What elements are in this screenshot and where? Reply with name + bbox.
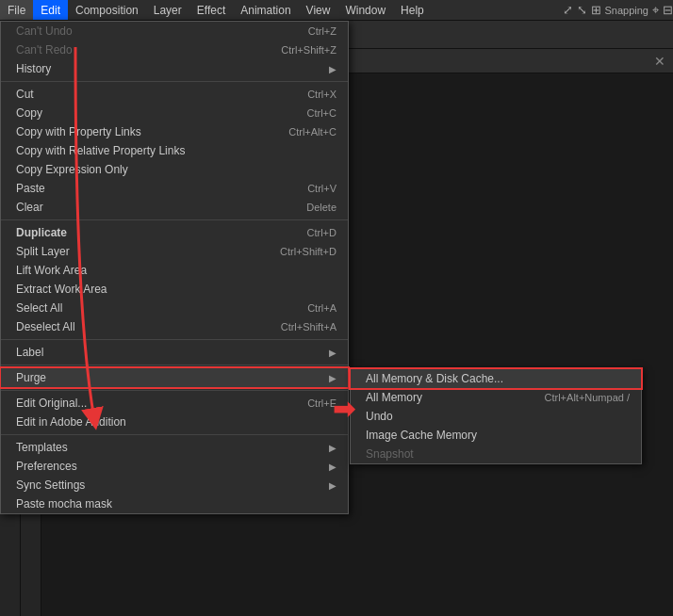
menu-item-edit-audition[interactable]: Edit in Adobe Audition bbox=[1, 413, 348, 431]
separator-4 bbox=[1, 365, 348, 365]
menu-item-all-memory[interactable]: All Memory Ctrl+Alt+Numpad / bbox=[351, 388, 641, 407]
menubar-item-view[interactable]: View bbox=[299, 0, 338, 20]
menu-item-paste[interactable]: Paste Ctrl+V bbox=[1, 179, 348, 198]
menu-item-copy-property-links[interactable]: Copy with Property Links Ctrl+Alt+C bbox=[1, 122, 348, 141]
menu-item-paste-mocha[interactable]: Paste mocha mask bbox=[1, 494, 348, 513]
menu-item-clear[interactable]: Clear Delete bbox=[1, 198, 348, 217]
menu-item-deselect-all[interactable]: Deselect All Ctrl+Shift+A bbox=[1, 317, 348, 336]
menu-item-cant-redo[interactable]: Can't Redo Ctrl+Shift+Z bbox=[1, 41, 348, 59]
menu-item-lift-work-area[interactable]: Lift Work Area bbox=[1, 261, 348, 280]
menubar-item-animation[interactable]: Animation bbox=[233, 0, 298, 20]
purge-submenu-container: All Memory & Disk Cache... All Memory Ct… bbox=[350, 368, 642, 464]
snapping-area: ⤢ ⤡ ⊞ Snapping ⌖ ⊟ bbox=[563, 3, 674, 18]
menu-item-history[interactable]: History ▶ bbox=[1, 59, 348, 78]
menubar: File Edit Composition Layer Effect Anima… bbox=[0, 0, 673, 21]
panel-close-icon[interactable]: ✕ bbox=[654, 54, 665, 69]
menu-item-label[interactable]: Label ▶ bbox=[1, 343, 348, 362]
snap-grid-icon[interactable]: ⊟ bbox=[663, 3, 673, 17]
menu-item-templates[interactable]: Templates ▶ bbox=[1, 438, 348, 457]
separator-5 bbox=[1, 390, 348, 391]
menu-item-purge-undo[interactable]: Undo bbox=[351, 407, 641, 426]
menu-item-duplicate[interactable]: Duplicate Ctrl+D bbox=[1, 223, 348, 242]
separator-3 bbox=[1, 339, 348, 340]
snapping-label: Snapping bbox=[605, 5, 649, 16]
menu-item-cut[interactable]: Cut Ctrl+X bbox=[1, 85, 348, 104]
edit-menu: Can't Undo Ctrl+Z Can't Redo Ctrl+Shift+… bbox=[0, 21, 349, 514]
menu-item-snapshot[interactable]: Snapshot bbox=[351, 445, 641, 463]
menubar-item-window[interactable]: Window bbox=[337, 0, 393, 20]
menu-item-edit-original[interactable]: Edit Original... Ctrl+E bbox=[1, 394, 348, 413]
menu-item-copy-relative[interactable]: Copy with Relative Property Links bbox=[1, 141, 348, 160]
menu-item-copy[interactable]: Copy Ctrl+C bbox=[1, 104, 348, 122]
menu-item-purge[interactable]: Purge ▶ bbox=[1, 368, 348, 387]
snap-icon-1: ⤢ bbox=[563, 3, 573, 17]
menubar-item-file[interactable]: File bbox=[0, 0, 33, 20]
menu-item-all-memory-disk-cache[interactable]: All Memory & Disk Cache... bbox=[351, 369, 641, 388]
menu-item-sync-settings[interactable]: Sync Settings ▶ bbox=[1, 476, 348, 494]
menu-item-extract-work-area[interactable]: Extract Work Area bbox=[1, 280, 348, 299]
menubar-item-composition[interactable]: Composition bbox=[68, 0, 146, 20]
edit-dropdown: Can't Undo Ctrl+Z Can't Redo Ctrl+Shift+… bbox=[0, 21, 349, 514]
menu-item-split-layer[interactable]: Split Layer Ctrl+Shift+D bbox=[1, 242, 348, 261]
snap-icon-2: ⤡ bbox=[577, 3, 587, 17]
snap-toggle-icon[interactable]: ⌖ bbox=[652, 3, 659, 18]
purge-submenu: All Memory & Disk Cache... All Memory Ct… bbox=[350, 368, 642, 464]
separator-2 bbox=[1, 219, 348, 220]
snap-icon-3: ⊞ bbox=[591, 3, 601, 17]
menu-item-cant-undo[interactable]: Can't Undo Ctrl+Z bbox=[1, 22, 348, 41]
menu-item-select-all[interactable]: Select All Ctrl+A bbox=[1, 299, 348, 317]
menu-item-copy-expression[interactable]: Copy Expression Only bbox=[1, 160, 348, 179]
menu-item-image-cache-memory[interactable]: Image Cache Memory bbox=[351, 426, 641, 445]
separator-6 bbox=[1, 434, 348, 435]
menubar-item-layer[interactable]: Layer bbox=[146, 0, 189, 20]
menubar-item-effect[interactable]: Effect bbox=[189, 0, 233, 20]
menubar-item-edit[interactable]: Edit bbox=[33, 0, 68, 20]
separator-1 bbox=[1, 81, 348, 82]
menu-item-preferences[interactable]: Preferences ▶ bbox=[1, 457, 348, 476]
menubar-item-help[interactable]: Help bbox=[393, 0, 432, 20]
